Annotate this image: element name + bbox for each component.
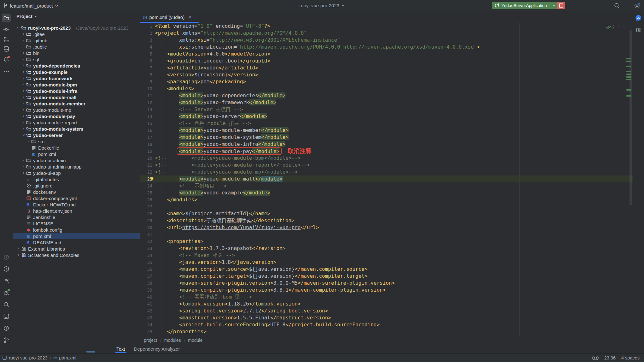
code-line-26[interactable]: 26 </modules> <box>140 196 633 203</box>
code-line-12[interactable]: 12 <module>yudao-framework</module> <box>140 99 633 106</box>
more-ellipsis-icon[interactable] <box>2 67 11 76</box>
copilot-icon[interactable] <box>592 356 599 360</box>
tree-item-pom-xml[interactable]: mpom.xml <box>13 233 140 239</box>
chevron-right-icon[interactable] <box>21 88 26 93</box>
code-line-21[interactable]: 21<!-- <module>yudao-module-report</modu… <box>140 162 633 169</box>
code-line-38[interactable]: 38 <maven-surefire-plugin.version>3.0.0-… <box>140 280 633 287</box>
code-line-41[interactable]: 41 <lombok.version>1.18.26</lombok.versi… <box>140 300 633 307</box>
tree-item-http-client-env-json[interactable]: {}http-client.env.json <box>13 208 140 214</box>
tree-item-yudao-module-system[interactable]: yudao-module-system <box>13 126 140 132</box>
code-line-16[interactable]: 16 <module>yudao-module-member</module> <box>140 127 633 134</box>
code-line-7[interactable]: 7 <artifactId>yudao</artifactId> <box>140 64 633 71</box>
tree-item--gitee[interactable]: .gitee <box>13 31 140 37</box>
line-number[interactable]: 4 <box>140 44 152 50</box>
line-number[interactable]: 29 <box>140 217 152 224</box>
chevron-right-icon[interactable] <box>21 82 26 87</box>
tree-item-docker-howto-md[interactable]: M↓Docker-HOWTO.md <box>13 201 140 208</box>
chevron-down-icon[interactable] <box>21 133 26 138</box>
chevron-right-icon[interactable] <box>21 95 26 100</box>
chevron-down-icon[interactable] <box>16 25 21 30</box>
code-line-11[interactable]: 11 <module>yudao-dependencies</module> <box>140 92 633 99</box>
line-number[interactable]: 16 <box>140 127 152 134</box>
breadcrumb-item-module[interactable]: module <box>188 338 202 343</box>
line-number[interactable]: 22 <box>140 169 152 175</box>
code-line-29[interactable]: 29 <description>芋道项目基础脚手架</description> <box>140 217 633 224</box>
horizontal-scrollbar-thumb[interactable] <box>86 351 95 353</box>
line-number[interactable]: 34 <box>140 252 152 259</box>
line-number[interactable]: 7 <box>140 64 152 71</box>
maven-tool-icon[interactable]: m <box>634 25 643 34</box>
lightbulb-icon[interactable] <box>149 176 155 181</box>
code-line-40[interactable]: 40 <!-- 看看咋放到 bom 里 --> <box>140 294 633 300</box>
line-number[interactable]: 18 <box>140 141 152 148</box>
chevron-right-icon[interactable] <box>21 114 26 119</box>
line-number[interactable]: 2 <box>140 30 152 37</box>
chevron-right-icon[interactable] <box>21 38 26 43</box>
tree-item--gitignore[interactable]: .gitignore <box>13 182 140 189</box>
tree-item-yudao-module-mall[interactable]: yudao-module-mall <box>13 94 140 100</box>
line-number[interactable]: 45 <box>140 328 152 335</box>
tree-item-sql[interactable]: sql <box>13 56 140 62</box>
line-number[interactable]: 5 <box>140 50 152 57</box>
chevron-right-icon[interactable] <box>21 126 26 131</box>
breadcrumb-item-modules[interactable]: modules <box>164 338 181 343</box>
breadcrumb-item-project[interactable]: project <box>144 338 157 343</box>
tree-item-yudao-ui-admin[interactable]: yudao-ui-admin <box>13 157 140 163</box>
line-number[interactable]: 28 <box>140 210 152 217</box>
tree-item-yudao-module-pay[interactable]: yudao-module-pay <box>13 113 140 119</box>
code-line-36[interactable]: 36 <maven.compiler.source>${java.version… <box>140 266 633 273</box>
tree-item-jenkinsfile[interactable]: Jenkinsfile <box>13 214 140 220</box>
code-line-19[interactable]: 19 <module>yudao-module-pay</module>取消注释 <box>140 148 633 155</box>
tree-item-bin[interactable]: bin <box>13 50 140 56</box>
chevron-right-icon[interactable] <box>21 170 26 175</box>
line-number[interactable]: 6 <box>140 57 152 64</box>
tree-item-src[interactable]: src <box>13 138 140 145</box>
line-number[interactable]: 42 <box>140 307 152 314</box>
tree-item-yudao-module-report[interactable]: yudao-module-report <box>13 119 140 126</box>
editor-tab[interactable]: m pom.xml (yudao) ✕ <box>140 12 195 23</box>
line-number[interactable]: 35 <box>140 259 152 266</box>
tree-item-readme-md[interactable]: M↓README.md <box>13 239 140 246</box>
code-line-20[interactable]: 20<!-- <module>yudao-module-bpm</module>… <box>140 155 633 162</box>
code-line-24[interactable]: 24 <!-- 示例项目 --> <box>140 182 633 189</box>
tree-item--gitattributes[interactable]: .gitattributes <box>13 176 140 182</box>
code-line-1[interactable]: 1<?xml version="1.0" encoding="UTF-8"?> <box>140 23 633 30</box>
tree-item-external-libraries[interactable]: External Libraries <box>13 246 140 252</box>
chevron-right-icon[interactable] <box>21 158 26 163</box>
status-left[interactable]: ruoyi-vue-pro-2023 › m pom.xml <box>3 353 76 362</box>
tree-item-yudao-server[interactable]: yudao-server <box>13 132 140 138</box>
tree-item-docker-env[interactable]: docker.env <box>13 189 140 195</box>
vertical-scrollbar-thumb[interactable] <box>629 30 632 205</box>
tree-item-yudao-module-infra[interactable]: yudao-module-infra <box>13 88 140 94</box>
profiler-icon[interactable] <box>2 253 11 262</box>
code-line-22[interactable]: 22<!-- <module>yudao-module-mp</module>-… <box>140 169 633 175</box>
chevron-right-icon[interactable] <box>21 69 26 74</box>
tree-item-scratches-and-consoles[interactable]: Scratches and Consoles <box>13 252 140 258</box>
stop-button[interactable] <box>557 2 565 9</box>
code-editor[interactable]: 1<?xml version="1.0" encoding="UTF-8"?>2… <box>140 23 633 335</box>
line-number[interactable]: 9 <box>140 78 152 85</box>
line-number[interactable]: 40 <box>140 294 152 300</box>
code-line-43[interactable]: 43 <mapstruct.version>1.5.5.Final</mapst… <box>140 314 633 321</box>
code-line-42[interactable]: 42 <spring.boot.version>2.7.12</spring.b… <box>140 307 633 314</box>
line-number[interactable]: 32 <box>140 238 152 245</box>
code-line-30[interactable]: 30 <url>https://github.com/YunaiV/ruoyi-… <box>140 224 633 231</box>
tree-item-ruoyi-vue-pro-2023[interactable]: ruoyi-vue-pro-2023~/Java/ruoyi-vue-pro-2… <box>13 25 140 31</box>
chevron-right-icon[interactable] <box>21 32 26 37</box>
line-number[interactable]: 30 <box>140 224 152 231</box>
commit-icon[interactable] <box>2 25 11 34</box>
tree-item-yudao-framework[interactable]: yudao-framework <box>13 75 140 81</box>
tree-item--public[interactable]: .public <box>13 44 140 50</box>
line-number[interactable]: 3 <box>140 37 152 44</box>
tree-item-yudao-dependencies[interactable]: yudao-dependencies <box>13 62 140 69</box>
line-number[interactable]: 26 <box>140 196 152 203</box>
line-number[interactable]: 39 <box>140 287 152 294</box>
code-line-28[interactable]: 28 <name>${project.artifactId}</name> <box>140 210 633 217</box>
code-line-2[interactable]: 2<project xmlns="http://maven.apache.org… <box>140 30 633 37</box>
line-number[interactable]: 14 <box>140 113 152 120</box>
chevron-right-icon[interactable] <box>21 107 26 112</box>
git-branch-widget[interactable]: feature/mall_product <box>3 2 58 9</box>
line-number[interactable]: 44 <box>140 321 152 328</box>
line-number[interactable]: 13 <box>140 106 152 113</box>
line-number[interactable]: 21 <box>140 162 152 169</box>
